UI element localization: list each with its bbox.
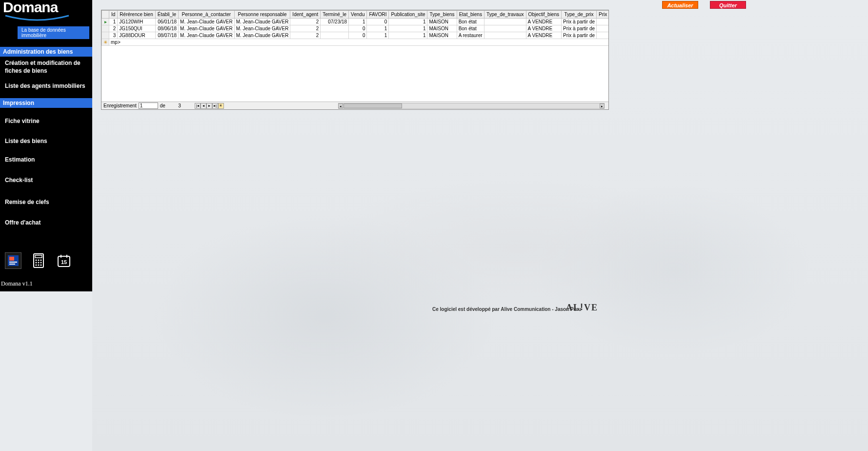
cell-travaux[interactable] bbox=[484, 25, 526, 32]
col-contact[interactable]: Personne_à_contacter bbox=[179, 11, 235, 19]
col-etat[interactable]: Etat_biens bbox=[457, 11, 484, 19]
col-type[interactable]: Type_biens bbox=[427, 11, 457, 19]
nav-last-button[interactable]: ▸| bbox=[212, 103, 218, 109]
cell-etabli[interactable]: 06/01/18 bbox=[155, 19, 178, 25]
cell-resp[interactable]: M. Jean-Claude GAVER bbox=[234, 19, 290, 25]
sidebar-item-fiche[interactable]: Fiche vitrine bbox=[0, 115, 92, 128]
sidebar-item-estimation[interactable]: Estimation bbox=[0, 153, 92, 167]
sidebar-item-remise[interactable]: Remise de clefs bbox=[0, 196, 92, 209]
sidebar-item-offre[interactable]: Offre d'achat bbox=[0, 216, 92, 230]
new-row-placeholder[interactable]: mp> bbox=[109, 39, 609, 46]
cell-travaux[interactable] bbox=[484, 19, 526, 25]
row-handle[interactable] bbox=[102, 32, 109, 39]
sidebar-item-checklist[interactable]: Check-list bbox=[0, 174, 92, 187]
cell-resp[interactable]: M. Jean-Claude GAVER bbox=[234, 32, 290, 39]
hscroll-right-arrow[interactable]: ▸ bbox=[600, 103, 605, 108]
col-favori[interactable]: FAVORI bbox=[367, 11, 389, 19]
cell-etat[interactable]: Bon état bbox=[457, 19, 484, 25]
row-handle[interactable]: ▸ bbox=[102, 19, 109, 25]
refresh-button[interactable]: Actualiser bbox=[662, 1, 698, 9]
col-prix[interactable]: Prix demand bbox=[597, 11, 608, 19]
cell-termine[interactable]: 07/23/18 bbox=[321, 19, 349, 25]
grid-table[interactable]: Id Rérérence bien Établi_le Personne_à_c… bbox=[101, 10, 608, 46]
col-termine[interactable]: Terminé_le bbox=[321, 11, 349, 19]
table-row-new[interactable]: ✳mp> bbox=[102, 39, 609, 46]
col-etabli[interactable]: Établi_le bbox=[155, 11, 178, 19]
cell-id[interactable]: 3 bbox=[109, 32, 118, 39]
cell-typeprix[interactable]: Prix à partir de bbox=[561, 19, 596, 25]
cell-resp[interactable]: M. Jean-Claude GAVER bbox=[234, 25, 290, 32]
cell-agent[interactable]: 2 bbox=[290, 25, 321, 32]
col-vendu[interactable]: Vendu bbox=[349, 11, 367, 19]
cell-ref[interactable]: JG150QUI bbox=[118, 25, 155, 32]
cell-pub[interactable]: 1 bbox=[389, 19, 427, 25]
cell-etat[interactable]: A restaurer bbox=[457, 32, 484, 39]
table-row[interactable]: 3JG88DOUR08/07/18M. Jean-Claude GAVERM. … bbox=[102, 32, 609, 39]
row-selector-header[interactable] bbox=[102, 11, 109, 19]
row-handle-new[interactable]: ✳ bbox=[102, 39, 109, 46]
cell-id[interactable]: 2 bbox=[109, 25, 118, 32]
hscroll-thumb[interactable] bbox=[343, 103, 402, 108]
cell-prix[interactable]: 1500 bbox=[597, 25, 608, 32]
cell-id[interactable]: 1 bbox=[109, 19, 118, 25]
col-id[interactable]: Id bbox=[109, 11, 118, 19]
cell-contact[interactable]: M. Jean-Claude GAVER bbox=[179, 25, 235, 32]
cell-vendu[interactable]: 1 bbox=[349, 19, 367, 25]
nav-first-button[interactable]: |◂ bbox=[195, 103, 201, 109]
cell-favori[interactable]: 1 bbox=[367, 32, 389, 39]
cell-etabli[interactable]: 08/06/18 bbox=[155, 25, 178, 32]
col-ref[interactable]: Rérérence bien bbox=[118, 11, 155, 19]
cell-agent[interactable]: 2 bbox=[290, 19, 321, 25]
col-typeprix[interactable]: Type_de_prix bbox=[561, 11, 596, 19]
sidebar-item-creation[interactable]: Création et modification de fiches de bi… bbox=[0, 57, 92, 78]
cell-contact[interactable]: M. Jean-Claude GAVER bbox=[179, 19, 235, 25]
horizontal-scrollbar[interactable]: ◂ ▸ bbox=[338, 103, 605, 109]
col-objectif[interactable]: Objectif_biens bbox=[526, 11, 561, 19]
sidebar-item-liste[interactable]: Liste des biens bbox=[0, 135, 92, 148]
calculator-tool-button[interactable] bbox=[30, 252, 47, 269]
cell-contact[interactable]: M. Jean-Claude GAVER bbox=[179, 32, 235, 39]
cell-type[interactable]: MAISON bbox=[427, 32, 457, 39]
calendar-tool-button[interactable]: 15 bbox=[56, 252, 72, 269]
cell-pub[interactable]: 1 bbox=[389, 32, 427, 39]
cell-vendu[interactable]: 0 bbox=[349, 32, 367, 39]
cell-prix[interactable]: 880 bbox=[597, 32, 608, 39]
cell-termine[interactable] bbox=[321, 32, 349, 39]
cell-pub[interactable]: 1 bbox=[389, 25, 427, 32]
cell-typeprix[interactable]: Prix à partir de bbox=[561, 32, 596, 39]
svg-rect-3 bbox=[9, 264, 15, 265]
cell-etat[interactable]: Bon état bbox=[457, 25, 484, 32]
cell-vendu[interactable]: 0 bbox=[349, 25, 367, 32]
cell-objectif[interactable]: A VENDRE bbox=[526, 25, 561, 32]
col-travaux[interactable]: Type_de_travaux bbox=[484, 11, 526, 19]
hscroll-left-arrow[interactable]: ◂ bbox=[338, 103, 343, 108]
table-row[interactable]: ▸1JG120WIH06/01/18M. Jean-Claude GAVERM.… bbox=[102, 19, 609, 25]
cell-objectif[interactable]: A VENDRE bbox=[526, 19, 561, 25]
record-number-input[interactable] bbox=[139, 102, 158, 109]
cell-travaux[interactable] bbox=[484, 32, 526, 39]
pdf-tool-button[interactable] bbox=[5, 252, 21, 269]
cell-favori[interactable]: 1 bbox=[367, 25, 389, 32]
row-handle[interactable] bbox=[102, 25, 109, 32]
nav-next-button[interactable]: ▸ bbox=[206, 103, 212, 109]
cell-etabli[interactable]: 08/07/18 bbox=[155, 32, 178, 39]
cell-prix[interactable]: 1200 bbox=[597, 19, 608, 25]
cell-typeprix[interactable]: Prix à partir de bbox=[561, 25, 596, 32]
cell-termine[interactable] bbox=[321, 25, 349, 32]
cell-type[interactable]: MAISON bbox=[427, 19, 457, 25]
cell-ref[interactable]: JG120WIH bbox=[118, 19, 155, 25]
data-grid[interactable]: Id Rérérence bien Établi_le Personne_à_c… bbox=[101, 10, 609, 110]
col-pub[interactable]: Publication_site bbox=[389, 11, 427, 19]
quit-button[interactable]: Quitter bbox=[710, 1, 746, 9]
cell-ref[interactable]: JG88DOUR bbox=[118, 32, 155, 39]
sidebar-item-agents[interactable]: Liste des agents immobiliers bbox=[0, 80, 92, 93]
cell-objectif[interactable]: A VENDRE bbox=[526, 32, 561, 39]
cell-type[interactable]: MAISON bbox=[427, 25, 457, 32]
nav-prev-button[interactable]: ◂ bbox=[201, 103, 206, 109]
table-row[interactable]: 2JG150QUI08/06/18M. Jean-Claude GAVERM. … bbox=[102, 25, 609, 32]
col-agent[interactable]: Ident_agent bbox=[290, 11, 321, 19]
nav-new-button[interactable]: ✳ bbox=[218, 103, 224, 109]
cell-agent[interactable]: 2 bbox=[290, 32, 321, 39]
col-resp[interactable]: Personne responsable bbox=[234, 11, 290, 19]
cell-favori[interactable]: 0 bbox=[367, 19, 389, 25]
